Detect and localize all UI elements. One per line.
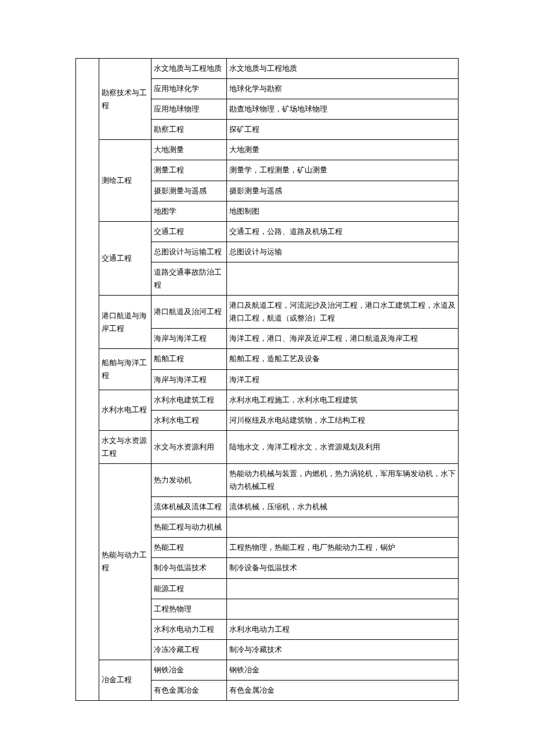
detail-cell: 钢铁冶金 (227, 660, 459, 680)
major-cell: 工程热物理 (151, 599, 227, 619)
major-cell: 地图学 (151, 201, 227, 221)
category-cell: 交通工程 (99, 221, 151, 295)
detail-cell: 海洋工程 (227, 369, 459, 390)
detail-cell: 陆地水文，海洋工程水文，水资源规划及利用 (227, 430, 459, 463)
detail-cell: 探矿工程 (227, 120, 459, 140)
detail-cell: 地图制图 (227, 201, 459, 221)
category-cell: 冶金工程 (99, 660, 151, 700)
major-cell: 应用地球化学 (151, 79, 227, 99)
document-page: 勘察技术与工程水文地质与工程地质水文地质与工程地质应用地球化学地球化学与勘察应用… (0, 0, 534, 736)
detail-cell: 勘查地球物理，矿场地球物理 (227, 99, 459, 120)
major-cell: 交通工程 (151, 221, 227, 242)
major-cell: 水文地质与工程地质 (151, 59, 227, 79)
detail-cell: 港口及航道工程，河流泥沙及治河工程，港口水工建筑工程，水道及港口工程，航道（或整… (227, 296, 459, 329)
major-cell: 制冷与低温技术 (151, 558, 227, 578)
category-cell: 测绘工程 (99, 140, 151, 221)
major-cell: 大地测量 (151, 140, 227, 160)
detail-cell: 有色金属冶金 (227, 681, 459, 701)
detail-cell (227, 578, 459, 599)
major-cell: 海岸与海洋工程 (151, 369, 227, 390)
table-row: 船舶与海洋工程船舶工程船舶工程，造船工艺及设备 (76, 349, 459, 369)
detail-cell (227, 262, 459, 295)
category-cell: 船舶与海洋工程 (99, 349, 151, 390)
major-cell: 流体机械及流体工程 (151, 497, 227, 517)
detail-cell: 工程热物理，热能工程，电厂热能动力工程，锅炉 (227, 538, 459, 558)
table-row: 水利水电工程水利水电建筑工程水利水电工程施工，水利水电工程建筑 (76, 390, 459, 410)
table-row: 勘察技术与工程水文地质与工程地质水文地质与工程地质 (76, 59, 459, 79)
table-row: 热能与动力工程热力发动机热能动力机械与装置，内燃机，热力涡轮机，军用车辆发动机，… (76, 463, 459, 496)
major-cell: 水文与水资源利用 (151, 430, 227, 463)
detail-cell: 热能动力机械与装置，内燃机，热力涡轮机，军用车辆发动机，水下动力机械工程 (227, 463, 459, 496)
major-cell: 总图设计与运输工程 (151, 242, 227, 262)
major-cell: 摄影测量与遥感 (151, 181, 227, 201)
detail-cell: 摄影测量与遥感 (227, 181, 459, 201)
major-cell: 热能工程与动力机械 (151, 517, 227, 538)
major-cell: 测量工程 (151, 160, 227, 181)
table-row: 水文与水资源工程水文与水资源利用陆地水文，海洋工程水文，水资源规划及利用 (76, 430, 459, 463)
major-cell: 水利水电工程 (151, 410, 227, 430)
detail-cell: 水文地质与工程地质 (227, 59, 459, 79)
major-cell: 水利水电动力工程 (151, 619, 227, 639)
major-cell: 热能工程 (151, 538, 227, 558)
detail-cell: 交通工程，公路、道路及机场工程 (227, 221, 459, 242)
major-cell: 应用地球物理 (151, 99, 227, 120)
detail-cell: 河川枢纽及水电站建筑物，水工结构工程 (227, 410, 459, 430)
table-row: 港口航道与海岸工程港口航道及治河工程港口及航道工程，河流泥沙及治河工程，港口水工… (76, 296, 459, 329)
major-cell: 钢铁冶金 (151, 660, 227, 680)
table-row: 测绘工程大地测量大地测量 (76, 140, 459, 160)
detail-cell: 大地测量 (227, 140, 459, 160)
major-cell: 道路交通事故防治工程 (151, 262, 227, 295)
detail-cell: 船舶工程，造船工艺及设备 (227, 349, 459, 369)
detail-cell (227, 599, 459, 619)
major-cell: 海岸与海洋工程 (151, 329, 227, 349)
category-cell: 港口航道与海岸工程 (99, 296, 151, 349)
majors-table: 勘察技术与工程水文地质与工程地质水文地质与工程地质应用地球化学地球化学与勘察应用… (75, 58, 459, 701)
detail-cell (227, 517, 459, 538)
detail-cell: 地球化学与勘察 (227, 79, 459, 99)
detail-cell: 海洋工程，港口、海岸及近岸工程，港口航道及海岸工程 (227, 329, 459, 349)
detail-cell: 制冷与冷藏技术 (227, 639, 459, 660)
detail-cell: 水利水电动力工程 (227, 619, 459, 639)
major-cell: 港口航道及治河工程 (151, 296, 227, 329)
major-cell: 冷冻冷藏工程 (151, 639, 227, 660)
category-cell: 水文与水资源工程 (99, 430, 151, 463)
category-cell: 热能与动力工程 (99, 463, 151, 660)
table-row: 冶金工程钢铁冶金钢铁冶金 (76, 660, 459, 680)
major-cell: 能源工程 (151, 578, 227, 599)
category-cell: 水利水电工程 (99, 390, 151, 430)
detail-cell: 总图设计与运输 (227, 242, 459, 262)
detail-cell: 流体机械，压缩机，水力机械 (227, 497, 459, 517)
major-cell: 有色金属冶金 (151, 681, 227, 701)
table-row: 交通工程交通工程交通工程，公路、道路及机场工程 (76, 221, 459, 242)
detail-cell: 测量学，工程测量，矿山测量 (227, 160, 459, 181)
table-body: 勘察技术与工程水文地质与工程地质水文地质与工程地质应用地球化学地球化学与勘察应用… (76, 59, 459, 701)
detail-cell: 水利水电工程施工，水利水电工程建筑 (227, 390, 459, 410)
major-cell: 热力发动机 (151, 463, 227, 496)
major-cell: 水利水电建筑工程 (151, 390, 227, 410)
major-cell: 勘察工程 (151, 120, 227, 140)
major-cell: 船舶工程 (151, 349, 227, 369)
group-column (76, 59, 99, 701)
category-cell: 勘察技术与工程 (99, 59, 151, 140)
detail-cell: 制冷设备与低温技术 (227, 558, 459, 578)
